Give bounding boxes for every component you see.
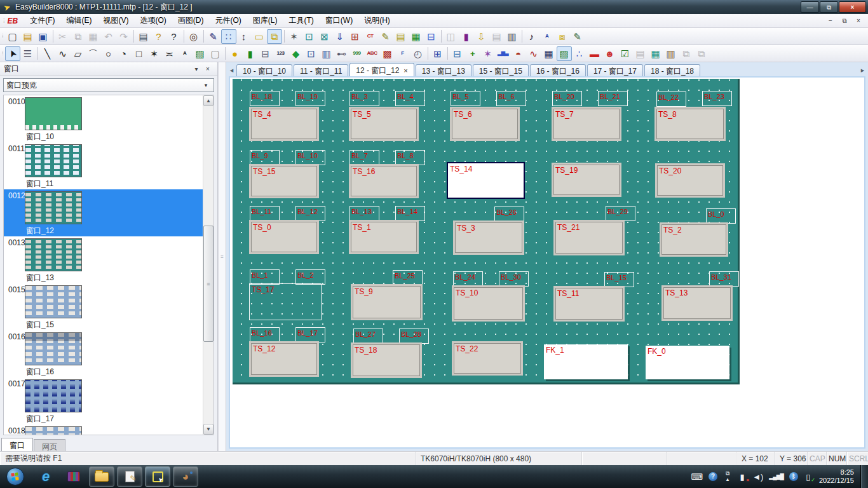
- data-sampling-button[interactable]: ▤: [633, 46, 648, 61]
- font-manager-button[interactable]: A: [539, 29, 555, 44]
- word-lamp-button[interactable]: ▮: [243, 46, 258, 61]
- easybuilder-button[interactable]: ➤: [145, 466, 170, 487]
- widget-TS_17[interactable]: TS_17: [249, 283, 322, 320]
- move-shape-button[interactable]: +: [465, 46, 480, 61]
- monitor-button[interactable]: ⊟: [424, 29, 439, 44]
- picture-tool-button[interactable]: ▨: [193, 46, 208, 61]
- set-bit-button[interactable]: ⊟: [258, 46, 273, 61]
- widget-TS_19[interactable]: TS_19: [552, 163, 621, 197]
- wordpad-button[interactable]: ✎: [117, 466, 142, 487]
- widget-TS_13[interactable]: TS_13: [661, 285, 733, 321]
- circle-tool-button[interactable]: ○: [101, 46, 116, 61]
- design-canvas[interactable]: BL_18BL_19TS_4BL_3BL_4TS_5BL_5BL_6TS_6BL…: [233, 79, 740, 384]
- alarm-bar-button[interactable]: ▬: [587, 46, 602, 61]
- label-library-button[interactable]: ⧈: [555, 29, 570, 44]
- tab-scroll-right-icon[interactable]: ▸: [858, 66, 867, 74]
- bit-lamp-button[interactable]: ●: [227, 46, 243, 61]
- widget-BL_19[interactable]: BL_19: [295, 91, 325, 106]
- numeric-input-button[interactable]: ⊞: [430, 46, 445, 61]
- volume-icon[interactable]: ◄): [752, 473, 763, 481]
- panel-tab-window[interactable]: 窗口: [1, 438, 33, 451]
- context-help-button[interactable]: ?: [166, 29, 182, 44]
- multi-state-switch-button[interactable]: ▥: [319, 46, 334, 61]
- winrar-button[interactable]: [61, 466, 86, 487]
- widget-BL_3[interactable]: BL_3: [349, 91, 379, 106]
- trend-display-button[interactable]: ∿: [526, 46, 541, 61]
- panel-tab-webpage[interactable]: 网页: [34, 439, 65, 451]
- widget-TS_8[interactable]: TS_8: [654, 107, 726, 141]
- minimize-button[interactable]: —: [801, 1, 819, 13]
- picture-view-button[interactable]: ▨: [557, 46, 572, 61]
- scale-tool-button[interactable]: ≍: [162, 46, 177, 61]
- ascii-display-button[interactable]: ABC: [365, 46, 380, 61]
- widget-BL_1[interactable]: BL_1: [250, 269, 280, 285]
- function-key-button[interactable]: ◆: [288, 46, 304, 61]
- document-tab-4[interactable]: 13 - 窗口_13: [416, 64, 471, 76]
- bluetooth-icon[interactable]: ᛒ: [789, 472, 798, 481]
- widget-TS_9[interactable]: TS_9: [351, 284, 423, 320]
- menu-item-7[interactable]: 图库(L): [247, 13, 283, 28]
- panel-splitter[interactable]: ≡: [218, 62, 226, 451]
- window-list-item-0016[interactable]: 0016窗口_16: [4, 330, 203, 377]
- build-download-data-button[interactable]: ⊞: [348, 29, 363, 44]
- widget-BL_23[interactable]: BL_23: [702, 91, 732, 106]
- menu-item-3[interactable]: 视图(V): [98, 13, 135, 28]
- memo-pad-button[interactable]: ✎: [570, 29, 585, 44]
- widget-BL_12[interactable]: BL_12: [295, 206, 325, 221]
- widget-BL_30[interactable]: BL_30: [499, 271, 529, 287]
- menu-item-2[interactable]: 编辑(E): [61, 13, 98, 28]
- layer-windows-button[interactable]: ⧉: [267, 29, 282, 44]
- function-button-button[interactable]: F: [395, 46, 410, 61]
- file-explorer-button[interactable]: [89, 466, 114, 487]
- align-snap-button[interactable]: ↕: [236, 29, 252, 44]
- widget-BL_14[interactable]: BL_14: [395, 206, 425, 221]
- paste-button[interactable]: ▦: [86, 29, 101, 44]
- event-log-button[interactable]: ☑: [618, 46, 633, 61]
- widget-TS_10[interactable]: TS_10: [452, 285, 525, 322]
- panel-menu-button[interactable]: ▾: [191, 65, 202, 72]
- compile-button[interactable]: ✶: [287, 29, 302, 44]
- show-desktop-button[interactable]: [860, 465, 868, 488]
- help-topics-button[interactable]: ?: [151, 29, 166, 44]
- mdi-minimize-button[interactable]: −: [824, 16, 837, 26]
- start-button[interactable]: [6, 468, 24, 485]
- address-book-button[interactable]: ▮: [459, 29, 474, 44]
- window-list-scrollbar[interactable]: ▲ ≡ ▼: [203, 95, 214, 435]
- widget-TS_16[interactable]: TS_16: [349, 164, 419, 198]
- widget-TS_4[interactable]: TS_4: [249, 107, 319, 141]
- on-line-simulation-button[interactable]: ⊡: [302, 29, 317, 44]
- window-list-item-0018[interactable]: 0018: [4, 424, 203, 435]
- widget-BL_20[interactable]: BL_20: [552, 91, 582, 106]
- history-table-button[interactable]: ▦: [541, 46, 557, 61]
- widget-BL_29[interactable]: BL_29: [606, 206, 635, 221]
- polygon-tool-button[interactable]: ▱: [71, 46, 86, 61]
- widget-BL_5[interactable]: BL_5: [451, 91, 480, 106]
- toggle-switch-button[interactable]: ⊡: [304, 46, 319, 61]
- usb-device-icon[interactable]: ▯✓: [804, 473, 813, 481]
- data-table-button[interactable]: ▦: [409, 29, 424, 44]
- hidden-icons-icon[interactable]: ⧉▴: [723, 471, 732, 482]
- internet-explorer-button[interactable]: e: [33, 466, 58, 487]
- open-file-button[interactable]: ▤: [20, 29, 36, 44]
- mdi-close-button[interactable]: ×: [851, 16, 865, 26]
- widget-BL_11[interactable]: BL_11: [250, 206, 280, 221]
- shape-tool-button[interactable]: ▢: [208, 46, 223, 61]
- widget-BL_24[interactable]: BL_24: [453, 271, 483, 287]
- flash-editor-button[interactable]: ✎: [378, 29, 393, 44]
- scrollbar-thumb[interactable]: ≡: [203, 226, 214, 342]
- network-signal-icon[interactable]: ▂▄▆█: [769, 474, 783, 480]
- tab-scroll-left-icon[interactable]: ◂: [227, 66, 236, 74]
- keyboard-icon[interactable]: ⌨: [691, 473, 703, 481]
- freehand-tool-button[interactable]: ∿: [55, 46, 71, 61]
- restore-button[interactable]: ⧉: [820, 1, 838, 13]
- xy-plot-button[interactable]: ∴: [572, 46, 587, 61]
- download-manager-button[interactable]: ⇩: [474, 29, 489, 44]
- paint-button[interactable]: ◕: [173, 466, 198, 487]
- widget-TS_5[interactable]: TS_5: [349, 107, 419, 141]
- widget-BL_7[interactable]: BL_7: [349, 150, 379, 165]
- widget-BL_21[interactable]: BL_21: [598, 91, 628, 106]
- new-file-button[interactable]: ▢: [5, 29, 20, 44]
- widget-TS_6[interactable]: TS_6: [450, 107, 520, 141]
- rw-register-button[interactable]: ▩: [380, 46, 395, 61]
- menu-item-10[interactable]: 说明(H): [358, 13, 396, 28]
